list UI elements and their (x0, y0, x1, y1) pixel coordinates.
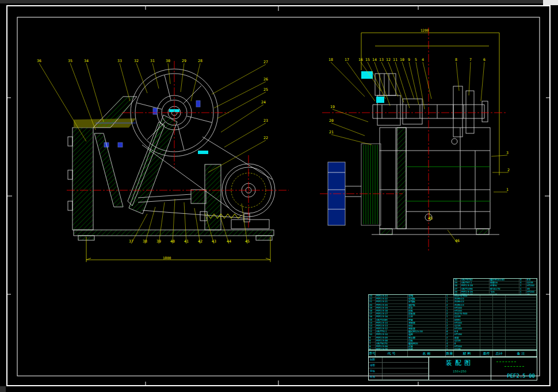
callout-number: 38 (143, 239, 147, 244)
bom-step-table: 30GB/T5782螺栓M16×6048.829GB/T97.1垫圈164Q23… (453, 278, 537, 295)
callout-number: 8 (455, 57, 457, 62)
callout-number: 40 (170, 239, 175, 244)
title-block: 制图描图审核批准 装配图 150×250 PEF2.5-00 (368, 356, 537, 381)
leader-line (416, 62, 425, 109)
leader-line (214, 82, 266, 108)
leader-line (208, 140, 266, 172)
leader-line (224, 123, 266, 147)
callout-number: 29 (182, 59, 186, 63)
left-view (67, 61, 289, 262)
callout-number: 5 (415, 57, 417, 62)
callout-number: 13 (379, 57, 384, 62)
callout-number: 15 (365, 57, 370, 62)
leader-line (168, 63, 170, 84)
callout-number: 17 (345, 57, 349, 62)
callout-number: 43 (212, 239, 216, 244)
callout-number: 22 (263, 136, 268, 140)
callout-number: 36 (37, 59, 41, 63)
flywheel-spokes (137, 75, 212, 150)
leader-line (173, 199, 175, 244)
leader-line (331, 62, 365, 97)
callout-number: 10 (400, 57, 404, 62)
callout-number: 26 (263, 77, 268, 82)
callout-number: 16 (358, 57, 363, 62)
callout-number: 42 (198, 239, 202, 244)
signature-label: 审核 (369, 368, 383, 374)
drawing-subtitle: 150×250 (429, 370, 491, 374)
callout-number: 24 (261, 100, 266, 105)
callout-number: 46 (455, 239, 460, 243)
dim-text-left: 1800 (163, 256, 171, 260)
signature-value (383, 357, 429, 363)
leader-line (184, 202, 186, 244)
bom-table: 30GB/T5782螺栓M16×6048.829GB/T97.1垫圈164Q23… (368, 278, 536, 379)
signature-value (383, 363, 429, 368)
callout-number: 23 (263, 118, 268, 123)
callout-number: 30 (166, 59, 170, 63)
callout-number: 3 (506, 151, 509, 155)
dimension-right-top (361, 33, 499, 175)
leader-line (423, 62, 431, 99)
leader-line (456, 62, 459, 91)
callout-number: 12 (386, 57, 391, 62)
callout-number: 14 (372, 57, 377, 62)
dim-text-right: 1200 (421, 28, 429, 32)
dimension-left-bottom (86, 237, 270, 262)
signature-value (383, 368, 429, 374)
callout-number: 33 (117, 59, 122, 63)
callout-number: 45 (428, 216, 433, 221)
bom-main-table: 23PEF2.5-23动颚1ZG270-50022PEF2.5-22动颚板1ZG… (368, 294, 537, 351)
leader-line (86, 63, 104, 122)
callout-number: 4 (422, 57, 424, 62)
callout-number: 11 (393, 57, 398, 62)
callout-number: 34 (84, 59, 89, 63)
signature-value (383, 374, 429, 380)
leader-line (332, 109, 368, 122)
callout-number: 27 (263, 60, 268, 64)
callout-number: 39 (156, 239, 161, 244)
drawing-title: 装配图 (429, 357, 491, 370)
cad-canvas[interactable]: 3635343332313029282726252423223738394041… (0, 0, 558, 392)
callout-number: 41 (184, 239, 189, 244)
jaw-plate-stack (364, 145, 377, 224)
callout-number: 9 (408, 57, 410, 62)
signature-line (496, 362, 516, 362)
callout-number: 20 (329, 118, 334, 123)
leader-line (152, 63, 159, 89)
drawing-title-cell: 装配图 150×250 (429, 357, 491, 380)
callout-number: 45 (245, 239, 250, 244)
signature-grid: 制图描图审核批准 (369, 357, 429, 380)
signature-line (505, 366, 524, 367)
leader-line (194, 208, 200, 244)
callout-number: 7 (469, 57, 472, 62)
signature-label: 批准 (369, 374, 383, 380)
leader-line (331, 134, 372, 145)
leader-line (331, 123, 365, 136)
callout-number: 44 (227, 239, 231, 244)
callout-number: 37 (129, 239, 133, 244)
callout-number: 28 (198, 59, 202, 63)
callout-number: 35 (68, 59, 72, 63)
drawing-number-cell: PEF2.5-00 (491, 357, 537, 380)
leader-line (120, 63, 130, 101)
leader-line (242, 203, 247, 244)
leader-line (212, 64, 266, 94)
callout-number: 6 (483, 57, 486, 62)
callout-number: 25 (263, 87, 268, 92)
drawing-number: PEF2.5-00 (507, 373, 535, 379)
leader-line (469, 62, 471, 95)
leader-line (181, 63, 184, 92)
callout-number: 21 (329, 130, 334, 134)
leader-line (217, 92, 266, 118)
callout-number: 31 (150, 59, 155, 63)
signature-label: 制图 (369, 357, 383, 363)
leader-line (159, 202, 165, 244)
leader-line (481, 62, 484, 101)
callout-number: 19 (330, 105, 335, 109)
leader-line (402, 62, 414, 99)
callout-number: 2 (507, 168, 510, 172)
callout-number: 32 (134, 59, 139, 63)
leader-line (39, 63, 86, 141)
leader-line (347, 62, 375, 101)
callout-number: 1 (506, 187, 509, 192)
